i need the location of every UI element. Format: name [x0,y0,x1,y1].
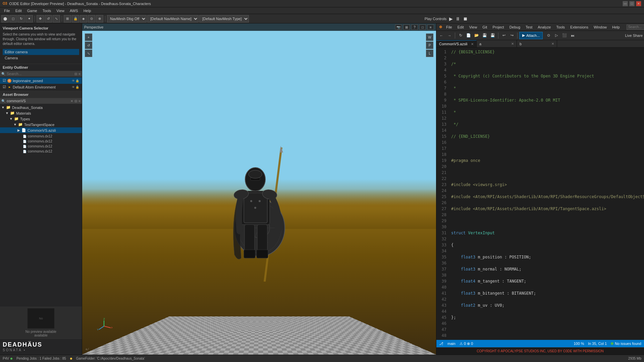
toolbar-btn-7[interactable]: ⊙ [88,15,95,22]
entity-item-atom[interactable]: ☑ ▶ Default Atom Environment 👁 🔒 [0,84,82,90]
code-tab-a[interactable]: a ✕ [477,40,517,47]
entity-filter-icon[interactable]: ⊟ [74,72,77,76]
entity-lock-btn-2[interactable]: 🔒 [75,85,79,89]
tree-item-testtangent[interactable]: ▼ 📁 TestTangentSpace [0,122,82,127]
navmesh-type-dropdown[interactable]: [Default NavMesh Type] [199,15,249,22]
entity-checkbox-1[interactable]: ☑ [3,78,6,83]
viewport-help-button[interactable]: ? [411,24,418,30]
toolbar-scale[interactable]: ⤡ [53,15,60,22]
vs-menu-project[interactable]: Project [491,25,505,29]
vs-menu-window[interactable]: Window [592,25,608,29]
viewport-display-button[interactable]: □ [419,24,426,30]
entity-search-input[interactable] [7,72,73,76]
play-button[interactable]: ▶ [449,16,453,21]
entity-vis-btn-2[interactable]: 👁 [72,85,75,89]
vs-menu-view[interactable]: View [468,25,479,29]
entity-vis-btn-1[interactable]: 👁 [72,79,75,82]
vp-scale-button[interactable]: ⤡ [85,50,92,57]
vp-rotate-button[interactable]: ↺ [85,42,92,49]
vs-menu-help[interactable]: Help [611,25,621,29]
menu-tools[interactable]: Tools [40,7,54,14]
vs-save-all-button[interactable]: 💾 [489,32,496,39]
navmesh-name-dropdown[interactable]: [Default NavMesh Name] [147,15,199,22]
asset-file-4[interactable]: 📄 commonvs.dx12 [1,149,80,154]
tree-item-types[interactable]: ▼ 📁 Types [0,116,82,122]
vs-save-button[interactable]: 💾 [481,32,488,39]
camera-editor[interactable]: Editor camera [3,49,79,55]
code-tab-b[interactable]: b ✕ [517,40,557,47]
entity-lock-btn-1[interactable]: 🔒 [75,79,79,82]
vs-debug-btn-1[interactable]: ⊙ [545,32,552,39]
vs-menu-file[interactable]: File [445,25,453,29]
toolbar-btn-5[interactable]: 🔒 [72,15,79,22]
vs-menu-debug[interactable]: Debug [508,25,522,29]
close-button[interactable]: ✕ [636,1,641,6]
menu-file[interactable]: File [1,7,13,14]
vs-debug-btn-3[interactable]: ⬛ [561,32,568,39]
tree-item-deadhaus[interactable]: ▼ 📁 Deadhaus_Sonata [0,105,82,110]
vs-menu-extensions[interactable]: Extensions [569,25,590,29]
vs-forward-button[interactable]: → [446,32,453,39]
code-tab-commonvs[interactable]: CommonVS.azsli ✕ [436,40,477,47]
asset-file-3[interactable]: 📄 commonvs.dx12 [1,144,80,149]
vs-menu-test[interactable]: Test [524,25,534,29]
menu-view[interactable]: View [54,7,67,14]
vs-menu-git[interactable]: Git [481,25,488,29]
toolbar-btn-6[interactable]: ◈ [80,15,87,22]
viewport-grid-button[interactable]: ⊞ [403,24,410,30]
vs-search-bar[interactable]: 🔍 [627,24,644,30]
toolbar-btn-3[interactable]: ↻ [17,15,25,22]
vp-add-button[interactable]: + [85,34,92,41]
vs-search-input[interactable] [628,25,644,29]
menu-edit[interactable]: Edit [13,7,24,14]
vs-back-button[interactable]: ← [438,32,445,39]
status-zoom-button[interactable]: 100 % [574,342,584,346]
menu-game[interactable]: Game [24,7,40,14]
tree-item-commonvs[interactable]: ▶ 📄 CommonVS.azsli [0,127,82,133]
tree-item-materials[interactable]: ▼ 📁 Materials [0,110,82,116]
vp-w-button[interactable]: W [426,34,433,41]
vs-debug-btn-2[interactable]: ▷ [553,32,560,39]
asset-clear-button[interactable]: ✕ [70,99,73,103]
menu-aws[interactable]: AWS [67,7,81,14]
vs-attach-button[interactable]: ▶ Attach... [519,32,543,39]
maximize-button[interactable]: □ [629,1,635,6]
toolbar-btn-2[interactable]: ◻ [9,15,17,22]
stop-button[interactable]: ⏹ [463,16,468,21]
vs-redo-button[interactable]: ↪ [508,32,516,39]
entity-checkbox-2[interactable]: ☑ [3,85,6,89]
viewport-3d[interactable]: + ↺ ⤡ W P L X Y Z [82,23,436,355]
vs-menu-tools[interactable]: Tools [555,25,566,29]
toolbar-btn-8[interactable]: ⊕ [96,15,103,22]
pause-button[interactable]: ⏸ [455,16,460,21]
viewport-camera-button[interactable]: 📷 [395,24,402,30]
menu-help[interactable]: Help [81,7,94,14]
navmesh-dbg-dropdown[interactable]: NavMesh Dbg Off [107,15,147,22]
toolbar-btn-4[interactable]: ✦ [25,15,33,22]
code-content[interactable]: // {BEGIN_LICENSE} /* * Copyright (c) Co… [448,48,644,340]
asset-sort-icon[interactable]: ≡ [78,99,80,103]
asset-filter-icon[interactable]: ⊟ [74,99,77,103]
vp-l-button[interactable]: L [426,50,433,57]
code-tab-close-1[interactable]: ✕ [471,42,474,46]
entity-sort-icon[interactable]: ≡ [78,72,80,76]
title-bar-controls[interactable]: — □ ✕ [623,1,641,6]
toolbar-move[interactable]: ✥ [37,15,44,22]
entity-item-legionnaire[interactable]: ☑ E legionnaire_posed 👁 🔒 [0,77,82,84]
vs-new-button[interactable]: 📄 [465,32,472,39]
asset-file-2[interactable]: 📄 commonvs.dx12 [1,139,80,144]
vs-debug-btn-4[interactable]: ⏭ [569,32,576,39]
asset-file-1[interactable]: 📄 commonvs.dx12 [1,134,80,139]
camera-camera[interactable]: Camera [3,55,79,61]
vs-live-share-button[interactable]: Live Share [625,34,643,38]
vs-menu-edit[interactable]: Edit [456,25,465,29]
code-tab-close-2[interactable]: ✕ [511,42,514,46]
toolbar-btn-1[interactable]: ⬤ [1,15,9,22]
vs-menu-analyze[interactable]: Analyze [536,25,552,29]
toolbar-snap[interactable]: ⊞ [64,15,71,22]
asset-search-input[interactable] [7,99,69,103]
toolbar-rotate[interactable]: ↺ [45,15,52,22]
vp-p-button[interactable]: P [426,42,433,49]
vs-refresh-button[interactable]: ↻ [457,32,464,39]
vs-open-button[interactable]: 📂 [473,32,480,39]
